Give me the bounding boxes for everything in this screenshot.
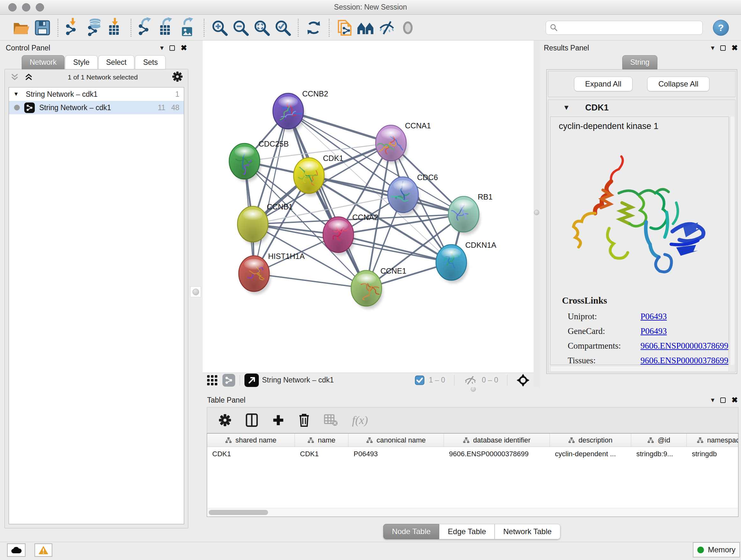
zoom-in-button[interactable] bbox=[209, 18, 230, 38]
table-settings-button[interactable] bbox=[219, 414, 231, 427]
tab-edge-table[interactable]: Edge Table bbox=[439, 524, 495, 539]
left-splitter[interactable] bbox=[189, 41, 203, 542]
panel-menu-icon[interactable]: ▾ bbox=[160, 44, 164, 52]
open-session-button[interactable] bbox=[11, 18, 32, 38]
network-node-HIST1H1A[interactable]: HIST1H1A bbox=[239, 252, 305, 294]
panel-menu-icon[interactable]: ▾ bbox=[711, 396, 715, 404]
network-options-gear-icon[interactable] bbox=[172, 71, 183, 83]
results-hscrollbar[interactable] bbox=[550, 366, 729, 371]
panel-close-icon[interactable]: ✖ bbox=[731, 395, 738, 405]
cloud-status-button[interactable] bbox=[7, 543, 25, 557]
crosslink-link[interactable]: P06493 bbox=[641, 312, 667, 321]
table-cell: stringdb:9... bbox=[631, 450, 687, 458]
network-node-CCNB2[interactable]: CCNB2 bbox=[273, 89, 328, 132]
tab-network[interactable]: Network bbox=[22, 55, 64, 69]
delete-column-button[interactable] bbox=[298, 414, 310, 427]
tab-network-table[interactable]: Network Table bbox=[495, 524, 560, 539]
node-label-CDK1: CDK1 bbox=[323, 154, 343, 163]
network-canvas[interactable]: CCNB2CCNA1CDC25BCDK1CDC6RB1CCNB1CCNA2CDK… bbox=[203, 41, 534, 373]
search-field[interactable] bbox=[546, 21, 703, 35]
panel-float-icon[interactable] bbox=[170, 45, 175, 51]
zoom-out-button[interactable] bbox=[230, 18, 251, 38]
column-header-description[interactable]: description bbox=[550, 434, 631, 447]
network-node-CDKN1A[interactable]: CDKN1A bbox=[436, 241, 496, 283]
help-button[interactable]: ? bbox=[713, 20, 729, 36]
column-header-namespace[interactable]: namespace bbox=[687, 434, 738, 447]
bottom-splitter[interactable] bbox=[203, 387, 741, 392]
splitter-handle[interactable] bbox=[471, 387, 476, 392]
show-columns-button[interactable] bbox=[246, 414, 258, 427]
panel-close-icon[interactable]: ✖ bbox=[181, 44, 187, 52]
collapse-networks-icon[interactable] bbox=[24, 72, 33, 82]
hide-selected-button[interactable] bbox=[376, 18, 397, 38]
crosslink-link[interactable]: P06493 bbox=[641, 326, 667, 336]
table-cell: CDK1 bbox=[295, 450, 348, 458]
birdseye-crosshair-icon[interactable] bbox=[516, 374, 530, 387]
column-header-shared-name[interactable]: shared name bbox=[207, 434, 295, 447]
panel-float-icon[interactable] bbox=[720, 397, 726, 403]
tab-style[interactable]: Style bbox=[65, 55, 97, 69]
panel-menu-icon[interactable]: ▾ bbox=[711, 44, 715, 52]
column-header--id[interactable]: @id bbox=[631, 434, 687, 447]
search-input[interactable] bbox=[558, 22, 698, 34]
save-session-button[interactable] bbox=[32, 18, 53, 38]
network-graph[interactable]: CCNB2CCNA1CDC25BCDK1CDC6RB1CCNB1CCNA2CDK… bbox=[203, 41, 534, 373]
refresh-button[interactable] bbox=[303, 18, 324, 38]
tab-node-table[interactable]: Node Table bbox=[383, 524, 439, 539]
import-network-button[interactable] bbox=[63, 18, 84, 38]
warnings-button[interactable] bbox=[35, 543, 52, 557]
node-label-HIST1H1A: HIST1H1A bbox=[268, 252, 305, 260]
grid-view-icon[interactable] bbox=[206, 374, 218, 386]
splitter-handle[interactable] bbox=[534, 210, 539, 215]
network-node-CCNB1[interactable]: CCNB1 bbox=[238, 202, 293, 245]
node-table[interactable]: shared name name canonical name database… bbox=[207, 433, 738, 517]
section-collapse-icon[interactable]: ▼ bbox=[563, 104, 570, 112]
network-edge-CCNB2-HIST1H1A[interactable] bbox=[254, 111, 288, 273]
network-node-RB1[interactable]: RB1 bbox=[448, 192, 493, 235]
table-row[interactable]: CDK1CDK1P064939606.ENSP00000378699cyclin… bbox=[207, 447, 738, 461]
network-row[interactable]: String Network – cdk1 11 48 bbox=[9, 101, 184, 114]
selected-checkbox-icon[interactable] bbox=[415, 375, 424, 385]
table-hscrollbar[interactable] bbox=[207, 508, 738, 516]
network-edge-HIST1H1A-CCNE1[interactable] bbox=[254, 273, 366, 288]
first-neighbors-button[interactable] bbox=[355, 18, 376, 38]
gene-section-header[interactable]: ▼ CDK1 bbox=[548, 100, 735, 115]
network-node-CCNE1[interactable]: CCNE1 bbox=[351, 266, 406, 309]
zoom-fit-button[interactable] bbox=[251, 18, 272, 38]
expand-all-button[interactable]: Expand All bbox=[574, 77, 632, 91]
network-node-CCNA1[interactable]: CCNA1 bbox=[376, 121, 431, 164]
detach-view-icon[interactable] bbox=[245, 374, 259, 387]
collapse-all-button[interactable]: Collapse All bbox=[647, 77, 710, 91]
splitter-handle[interactable] bbox=[190, 287, 201, 297]
tab-select[interactable]: Select bbox=[98, 55, 135, 69]
column-header-database-identifier[interactable]: database identifier bbox=[444, 434, 550, 447]
network-collection-row[interactable]: ▼ String Network – cdk1 1 bbox=[9, 87, 184, 101]
crosslink-link[interactable]: 9606.ENSP00000378699 bbox=[641, 356, 728, 365]
network-view-icon[interactable] bbox=[222, 374, 235, 387]
panel-close-icon[interactable]: ✖ bbox=[731, 44, 738, 52]
scrollbar-thumb[interactable] bbox=[209, 510, 268, 515]
memory-button[interactable]: Memory bbox=[693, 542, 740, 557]
results-scrollbar[interactable] bbox=[730, 117, 734, 365]
right-splitter[interactable] bbox=[534, 41, 540, 387]
panel-float-icon[interactable] bbox=[720, 45, 726, 51]
tab-string[interactable]: String bbox=[622, 55, 657, 69]
export-table-button[interactable] bbox=[157, 18, 178, 38]
export-network-button[interactable] bbox=[136, 18, 157, 38]
node-label-CCNB1: CCNB1 bbox=[267, 202, 293, 211]
import-database-button[interactable] bbox=[84, 18, 105, 38]
clone-network-button[interactable] bbox=[334, 18, 355, 38]
column-header-canonical-name[interactable]: canonical name bbox=[348, 434, 444, 447]
add-column-button[interactable] bbox=[272, 414, 284, 426]
tab-sets[interactable]: Sets bbox=[135, 55, 165, 69]
column-header-name[interactable]: name bbox=[295, 434, 348, 447]
network-node-CDC25B[interactable]: CDC25B bbox=[229, 139, 289, 182]
show-all-button[interactable] bbox=[397, 18, 418, 38]
zoom-selected-button[interactable] bbox=[272, 18, 293, 38]
network-edge-CCNB2-CCNE1[interactable] bbox=[288, 111, 366, 288]
export-image-button[interactable] bbox=[178, 18, 199, 38]
tree-expand-icon[interactable]: ▼ bbox=[13, 91, 19, 98]
crosslink-link[interactable]: 9606.ENSP00000378699 bbox=[641, 341, 728, 351]
expand-networks-icon[interactable] bbox=[10, 72, 19, 82]
import-table-button[interactable] bbox=[105, 18, 126, 38]
